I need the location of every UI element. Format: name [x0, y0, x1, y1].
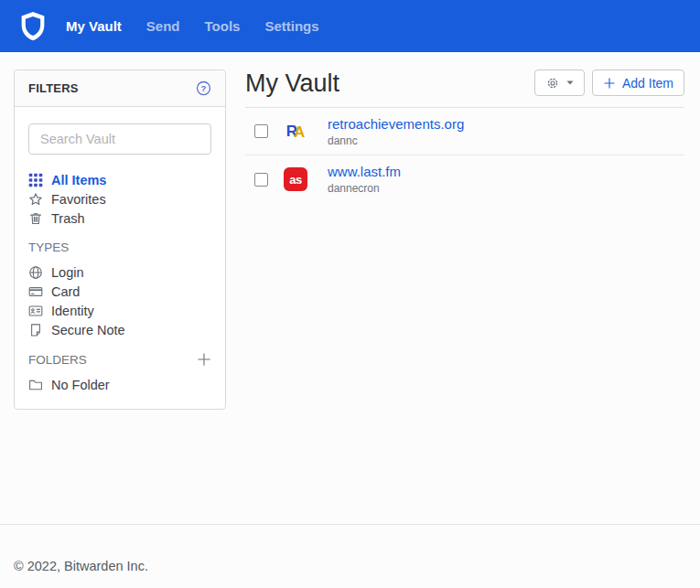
grid-icon — [28, 173, 43, 187]
retroachievements-favicon: R A — [284, 123, 307, 139]
sidebar-item-all-items[interactable]: All Items — [28, 170, 211, 189]
sidebar-item-label: Trash — [51, 211, 85, 226]
sidebar-item-label: No Folder — [51, 378, 110, 392]
vault-main: My Vault — [245, 69, 684, 203]
sidebar-item-trash[interactable]: Trash — [28, 208, 211, 228]
page-content: FILTERS ? A — [0, 52, 700, 410]
item-username: dannc — [328, 134, 464, 147]
vault-item-list: R A retroachievements.org dannc as www.l… — [245, 108, 684, 203]
row-checkbox[interactable] — [254, 124, 268, 138]
sidebar-item-no-folder[interactable]: No Folder — [28, 375, 211, 394]
sidebar-item-label: Login — [51, 265, 83, 280]
bitwarden-logo-icon[interactable] — [20, 10, 66, 42]
types-filter-list: Login Card — [28, 262, 211, 339]
folders-filter-list: No Folder — [28, 375, 211, 394]
filters-panel: FILTERS ? A — [14, 69, 226, 410]
note-icon — [28, 323, 43, 337]
sidebar-item-label: Secure Note — [51, 323, 125, 337]
vault-row-lastfm: as www.last.fm dannecron — [245, 155, 684, 203]
item-name-link[interactable]: www.last.fm — [328, 164, 401, 180]
sidebar-item-card[interactable]: Card — [28, 282, 211, 301]
row-checkbox[interactable] — [254, 173, 268, 187]
footer-divider — [0, 524, 700, 525]
star-icon — [28, 192, 43, 207]
filters-body: All Items Favorites — [15, 155, 225, 409]
lastfm-favicon: as — [284, 167, 307, 191]
sidebar-item-label: Card — [51, 284, 80, 299]
plus-icon — [603, 77, 616, 90]
folder-icon — [28, 378, 43, 392]
search-input[interactable] — [28, 123, 211, 155]
add-folder-plus-icon[interactable] — [197, 352, 211, 367]
nav-item-tools[interactable]: Tools — [205, 18, 241, 34]
nav-item-send[interactable]: Send — [146, 18, 180, 34]
nav-item-my-vault[interactable]: My Vault — [66, 18, 122, 34]
types-heading: TYPES — [28, 241, 211, 254]
sidebar-item-login[interactable]: Login — [28, 262, 211, 282]
item-username: dannecron — [328, 182, 401, 195]
sidebar-item-secure-note[interactable]: Secure Note — [28, 320, 211, 339]
vault-row-retroachievements: R A retroachievements.org dannc — [245, 108, 684, 155]
top-navigation: My Vault Send Tools Settings — [0, 0, 700, 52]
gear-icon — [545, 76, 560, 91]
trash-icon — [28, 211, 43, 226]
sidebar-item-label: All Items — [51, 173, 106, 187]
nav-item-settings[interactable]: Settings — [264, 18, 318, 34]
svg-text:?: ? — [201, 83, 207, 93]
folders-heading: FOLDERS — [28, 352, 211, 367]
vault-header: My Vault — [245, 69, 684, 97]
options-dropdown-button[interactable] — [534, 69, 585, 96]
add-item-button[interactable]: Add Item — [592, 69, 684, 96]
sidebar-item-favorites[interactable]: Favorites — [28, 189, 211, 208]
sidebar-item-label: Identity — [51, 304, 94, 318]
chevron-down-icon — [566, 80, 574, 85]
item-name-link[interactable]: retroachievements.org — [328, 116, 464, 133]
filters-title: FILTERS — [28, 81, 79, 95]
sidebar-item-label: Favorites — [51, 192, 106, 207]
id-card-icon — [28, 304, 43, 318]
primary-filter-list: All Items Favorites — [28, 170, 211, 228]
filters-header: FILTERS ? — [15, 70, 225, 107]
globe-icon — [28, 265, 43, 280]
nav-links: My Vault Send Tools Settings — [66, 18, 319, 35]
credit-card-icon — [28, 284, 43, 299]
sidebar-item-identity[interactable]: Identity — [28, 301, 211, 320]
help-circle-icon[interactable]: ? — [196, 80, 211, 96]
copyright-text: © 2022, Bitwarden Inc. — [14, 559, 148, 573]
vault-toolbar: Add Item — [534, 69, 684, 96]
page-title: My Vault — [245, 69, 339, 97]
